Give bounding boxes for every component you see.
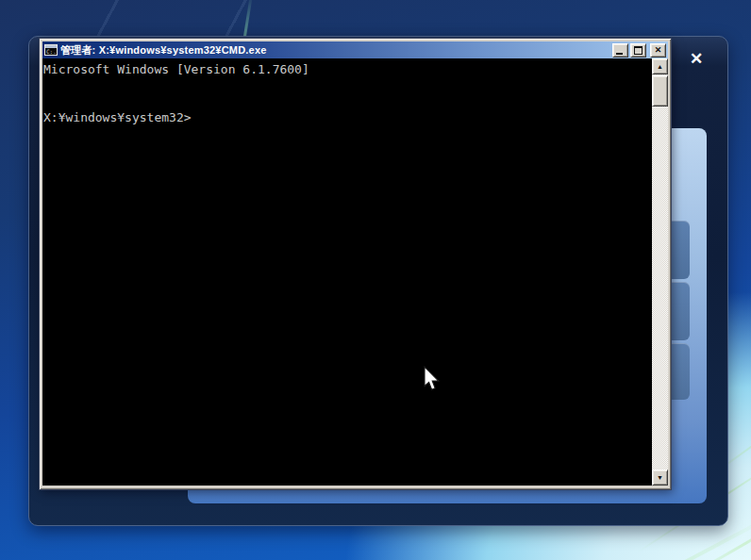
setup-close-button[interactable]: ✕ xyxy=(686,49,707,70)
cmd-window: 管理者: X:¥windows¥system32¥CMD.exe ✕ Micro… xyxy=(40,39,671,489)
vertical-scrollbar[interactable]: ▲ ▼ xyxy=(652,58,668,486)
cmd-icon[interactable] xyxy=(44,44,58,56)
console-text: Microsoft Windows [Version 6.1.7600] X:¥… xyxy=(42,58,652,125)
scroll-up-button[interactable]: ▲ xyxy=(652,58,668,74)
cmd-title: 管理者: X:¥windows¥system32¥CMD.exe xyxy=(60,43,612,58)
maximize-icon xyxy=(634,46,643,55)
close-icon: ✕ xyxy=(651,44,665,57)
console-output[interactable]: Microsoft Windows [Version 6.1.7600] X:¥… xyxy=(42,58,652,486)
titlebar-buttons: ✕ xyxy=(612,43,668,58)
minimize-button[interactable] xyxy=(612,43,628,58)
cmd-titlebar[interactable]: 管理者: X:¥windows¥system32¥CMD.exe ✕ xyxy=(42,41,668,58)
close-button[interactable]: ✕ xyxy=(650,43,666,58)
minimize-icon xyxy=(616,53,623,55)
cmd-client-area: Microsoft Windows [Version 6.1.7600] X:¥… xyxy=(42,58,668,486)
scroll-down-button[interactable]: ▼ xyxy=(652,469,668,486)
desktop-background: ✕ 管理者: X:¥windows¥system32¥CMD.exe ✕ xyxy=(0,0,751,560)
maximize-button[interactable] xyxy=(630,43,646,58)
scrollbar-thumb[interactable] xyxy=(652,75,668,107)
